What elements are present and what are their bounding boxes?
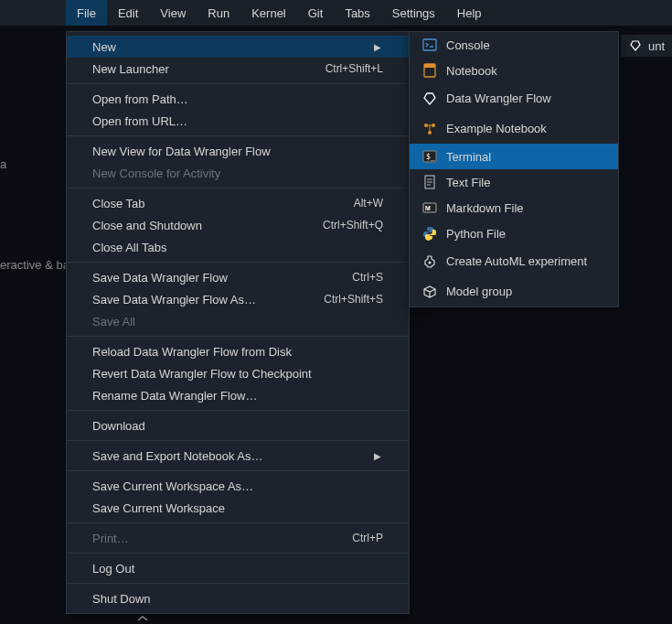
file-menu: New▶New LauncherCtrl+Shift+LOpen from Pa… <box>66 31 410 614</box>
submenu-item[interactable]: Console <box>410 32 618 58</box>
submenu-item-label: Data Wrangler Flow <box>446 91 551 105</box>
chevron-up-icon <box>137 615 148 622</box>
menu-item[interactable]: New LauncherCtrl+Shift+L <box>67 58 409 80</box>
menu-item[interactable]: Open from Path… <box>67 88 409 110</box>
menu-item[interactable]: Rename Data Wrangler Flow… <box>67 384 409 406</box>
menubar-item-label: View <box>160 6 186 20</box>
submenu-item-label: Create AutoML experiment <box>446 254 587 268</box>
menu-item[interactable]: Save and Export Notebook As…▶ <box>67 445 409 467</box>
menu-item-label: Save Data Wrangler Flow <box>92 271 228 285</box>
menubar-item-run[interactable]: Run <box>197 0 240 26</box>
submenu-item[interactable]: Example Notebook <box>410 113 618 144</box>
submenu-item-label: Terminal <box>446 150 491 164</box>
menubar-item-label: Git <box>308 6 324 20</box>
submenu-item[interactable]: Notebook <box>410 58 618 83</box>
tab-label: unt <box>648 39 665 53</box>
svg-rect-2 <box>424 64 435 68</box>
menu-item-label: Rename Data Wrangler Flow… <box>92 389 257 403</box>
submenu-item-label: Markdown File <box>446 201 524 215</box>
menu-shortcut: Ctrl+Shift+Q <box>323 219 383 231</box>
menu-shortcut: Ctrl+Shift+S <box>324 293 383 306</box>
menu-item-label: Save and Export Notebook As… <box>92 449 262 463</box>
menubar: FileEditViewRunKernelGitTabsSettingsHelp <box>0 0 672 26</box>
submenu-item[interactable]: Data Wrangler Flow <box>410 83 618 113</box>
submenu-item[interactable]: Python File <box>410 221 618 246</box>
menubar-item-file[interactable]: File <box>66 0 107 26</box>
menu-item-label: Save Current Workspace As… <box>92 479 253 493</box>
automl-icon <box>422 254 437 269</box>
menu-item[interactable]: Save Data Wrangler Flow As…Ctrl+Shift+S <box>67 288 409 310</box>
menu-item-label: New Console for Activity <box>92 167 220 180</box>
menu-shortcut: Alt+W <box>354 197 383 210</box>
menu-item-label: Reload Data Wrangler Flow from Disk <box>92 345 292 359</box>
menu-item[interactable]: Download <box>67 414 409 436</box>
submenu-item-label: Notebook <box>446 64 497 78</box>
flow-icon <box>422 91 437 106</box>
menu-item: Save All <box>67 310 409 332</box>
svg-text:$_: $_ <box>426 153 435 161</box>
menu-item-label: Save Current Workspace <box>92 501 225 515</box>
editor-tab[interactable]: unt <box>621 35 672 57</box>
menu-item[interactable]: New View for Data Wrangler Flow <box>67 140 409 162</box>
submenu-item-label: Example Notebook <box>446 122 547 135</box>
menu-item-label: New <box>92 40 116 54</box>
flow-icon <box>628 38 643 53</box>
submenu-item[interactable]: Create AutoML experiment <box>410 246 618 276</box>
submenu-item-label: Text File <box>446 176 490 189</box>
menubar-item-label: Tabs <box>345 6 369 20</box>
textfile-icon <box>422 175 437 189</box>
menu-item[interactable]: Close TabAlt+W <box>67 192 409 214</box>
menu-item-label: Close Tab <box>92 197 145 210</box>
chevron-right-icon: ▶ <box>374 451 383 461</box>
menu-item[interactable]: New▶ <box>67 36 409 58</box>
menu-item-label: Revert Data Wrangler Flow to Checkpoint <box>92 367 312 381</box>
background-text: eractive & ba <box>0 258 69 272</box>
menu-item-label: Shut Down <box>92 592 151 606</box>
menu-item[interactable]: Reload Data Wrangler Flow from Disk <box>67 340 409 362</box>
console-icon <box>422 38 437 52</box>
menu-item-label: New View for Data Wrangler Flow <box>92 145 271 158</box>
menu-shortcut: Ctrl+Shift+L <box>325 62 383 75</box>
menu-item[interactable]: Save Current Workspace As… <box>67 475 409 497</box>
menu-item[interactable]: Close All Tabs <box>67 236 409 258</box>
menu-item-label: Download <box>92 419 145 433</box>
python-icon <box>422 226 437 241</box>
submenu-item[interactable]: Model group <box>410 276 618 307</box>
menubar-item-label: Edit <box>118 6 138 20</box>
example-icon <box>422 122 437 136</box>
menu-item-label: Close All Tabs <box>92 241 166 254</box>
terminal-icon: $_ <box>422 149 437 164</box>
menubar-item-view[interactable]: View <box>149 0 197 26</box>
menu-item: Print…Ctrl+P <box>67 527 409 549</box>
menubar-item-settings[interactable]: Settings <box>381 0 446 26</box>
menu-item[interactable]: Revert Data Wrangler Flow to Checkpoint <box>67 362 409 384</box>
menu-item-label: New Launcher <box>92 62 169 76</box>
menubar-item-label: Help <box>457 6 482 20</box>
menu-item-label: Open from URL… <box>92 114 187 128</box>
menubar-item-label: Kernel <box>251 6 286 20</box>
menubar-item-tabs[interactable]: Tabs <box>334 0 380 26</box>
menu-item[interactable]: Log Out <box>67 557 409 579</box>
submenu-item-label: Console <box>446 38 490 52</box>
menubar-item-git[interactable]: Git <box>297 0 335 26</box>
menu-item[interactable]: Save Data Wrangler FlowCtrl+S <box>67 266 409 288</box>
notebook-icon <box>422 63 437 78</box>
menu-item[interactable]: Close and ShutdownCtrl+Shift+Q <box>67 214 409 236</box>
menu-shortcut: Ctrl+S <box>352 271 383 284</box>
model-icon <box>422 285 437 299</box>
menu-shortcut: Ctrl+P <box>352 532 383 544</box>
menu-item[interactable]: Save Current Workspace <box>67 497 409 519</box>
new-submenu: ConsoleNotebookData Wrangler FlowExample… <box>409 31 619 307</box>
menubar-item-help[interactable]: Help <box>446 0 493 26</box>
submenu-item[interactable]: Text File <box>410 169 618 195</box>
menu-item[interactable]: Shut Down <box>67 587 409 609</box>
submenu-item[interactable]: $_Terminal <box>410 144 618 169</box>
menubar-item-kernel[interactable]: Kernel <box>240 0 297 26</box>
menu-item-label: Save All <box>92 315 135 328</box>
menubar-item-label: Settings <box>392 6 435 20</box>
menubar-item-label: Run <box>208 6 229 20</box>
submenu-item[interactable]: MMarkdown File <box>410 195 618 221</box>
menubar-item-edit[interactable]: Edit <box>107 0 149 26</box>
menu-item[interactable]: Open from URL… <box>67 110 409 132</box>
menu-item-label: Save Data Wrangler Flow As… <box>92 293 256 307</box>
